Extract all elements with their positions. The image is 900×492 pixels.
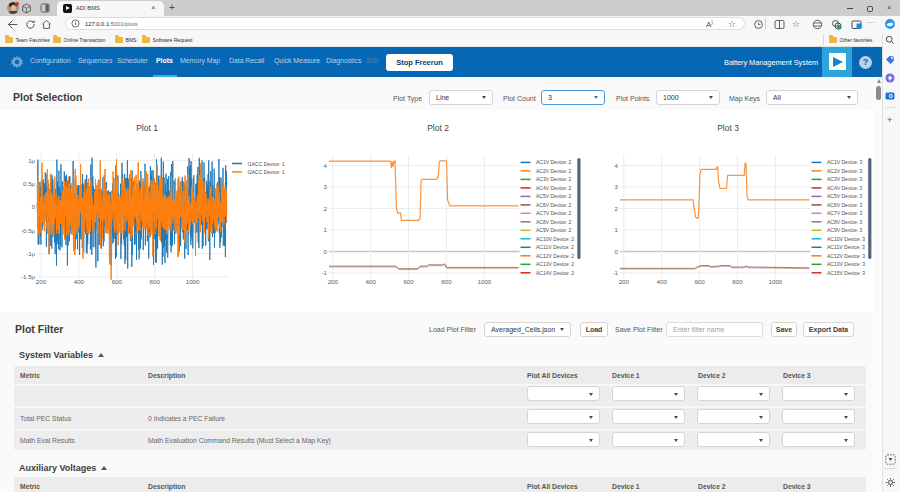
- svg-text:200: 200: [328, 278, 339, 285]
- svg-text:AC5V Device: 3: AC5V Device: 3: [827, 193, 863, 199]
- svg-text:4: 4: [615, 162, 619, 169]
- svg-text:AC10V Device: 2: AC10V Device: 2: [536, 236, 574, 242]
- svg-text:1000: 1000: [478, 278, 492, 285]
- svg-text:AC15V Device: 3: AC15V Device: 3: [827, 270, 865, 276]
- svg-text:AC10V Device: 3: AC10V Device: 3: [827, 236, 865, 242]
- svg-text:AC11V Device: 3: AC11V Device: 3: [827, 244, 865, 250]
- svg-text:400: 400: [657, 278, 668, 285]
- svg-text:600: 600: [694, 278, 705, 285]
- svg-text:0: 0: [324, 248, 328, 255]
- svg-text:I1ACC Device: 1: I1ACC Device: 1: [248, 161, 285, 167]
- svg-text:AC11V Device: 2: AC11V Device: 2: [536, 244, 574, 250]
- svg-text:3: 3: [615, 183, 619, 190]
- svg-text:AC8V Device: 2: AC8V Device: 2: [536, 219, 572, 225]
- svg-text:AC2V Device: 2: AC2V Device: 2: [536, 168, 572, 174]
- svg-text:AC4V Device: 3: AC4V Device: 3: [827, 185, 863, 191]
- svg-text:-1: -1: [612, 269, 618, 276]
- svg-text:400: 400: [74, 278, 85, 285]
- svg-text:800: 800: [732, 278, 743, 285]
- svg-text:-1μ: -1μ: [26, 250, 36, 257]
- svg-text:4: 4: [324, 162, 328, 169]
- svg-text:Plot 3: Plot 3: [717, 123, 739, 133]
- svg-text:AC13V Device: 3: AC13V Device: 3: [827, 261, 865, 267]
- svg-text:AC7V Device: 2: AC7V Device: 2: [536, 210, 572, 216]
- svg-text:2: 2: [615, 205, 619, 212]
- svg-text:AC12V Device: 3: AC12V Device: 3: [827, 253, 865, 259]
- svg-text:AC9V Device: 2: AC9V Device: 2: [536, 227, 572, 233]
- svg-text:AC8V Device: 3: AC8V Device: 3: [827, 219, 863, 225]
- svg-text:0: 0: [32, 203, 36, 210]
- svg-text:AC1V Device: 2: AC1V Device: 2: [536, 159, 572, 165]
- svg-text:AC7V Device: 3: AC7V Device: 3: [827, 210, 863, 216]
- svg-text:-1: -1: [321, 269, 327, 276]
- svg-text:1: 1: [615, 226, 619, 233]
- svg-text:AC2V Device: 3: AC2V Device: 3: [827, 168, 863, 174]
- svg-text:AC12V Device: 2: AC12V Device: 2: [536, 253, 574, 259]
- svg-text:AC14V Device: 2: AC14V Device: 2: [536, 270, 574, 276]
- svg-text:1: 1: [324, 226, 328, 233]
- svg-text:AC13V Device: 2: AC13V Device: 2: [536, 261, 574, 267]
- svg-text:0.5μ: 0.5μ: [23, 180, 36, 187]
- svg-text:AC4V Device: 2: AC4V Device: 2: [536, 185, 572, 191]
- svg-text:800: 800: [441, 278, 452, 285]
- svg-text:Plot 2: Plot 2: [427, 123, 449, 133]
- svg-text:1000: 1000: [186, 278, 200, 285]
- svg-text:AC5V Device: 2: AC5V Device: 2: [536, 193, 572, 199]
- svg-text:1000: 1000: [769, 278, 783, 285]
- svg-text:AC1V Device: 3: AC1V Device: 3: [827, 159, 863, 165]
- svg-text:2: 2: [324, 205, 328, 212]
- svg-text:AC3V Device: 3: AC3V Device: 3: [827, 176, 863, 182]
- svg-text:200: 200: [619, 278, 630, 285]
- svg-text:-1.5μ: -1.5μ: [21, 273, 36, 280]
- svg-text:AC6V Device: 2: AC6V Device: 2: [536, 202, 572, 208]
- svg-text:Plot 1: Plot 1: [136, 123, 158, 133]
- svg-text:1μ: 1μ: [28, 157, 35, 164]
- svg-text:0: 0: [615, 248, 619, 255]
- svg-text:I2ACC Device: 1: I2ACC Device: 1: [248, 169, 285, 175]
- svg-text:AC9V Device: 3: AC9V Device: 3: [827, 227, 863, 233]
- svg-text:200: 200: [36, 278, 47, 285]
- svg-text:-0.5μ: -0.5μ: [21, 227, 36, 234]
- svg-text:600: 600: [403, 278, 414, 285]
- svg-text:AC3V Device: 2: AC3V Device: 2: [536, 176, 572, 182]
- svg-text:3: 3: [324, 183, 328, 190]
- svg-text:AC6V Device: 3: AC6V Device: 3: [827, 202, 863, 208]
- svg-text:400: 400: [366, 278, 377, 285]
- svg-text:800: 800: [150, 278, 161, 285]
- svg-text:600: 600: [112, 278, 123, 285]
